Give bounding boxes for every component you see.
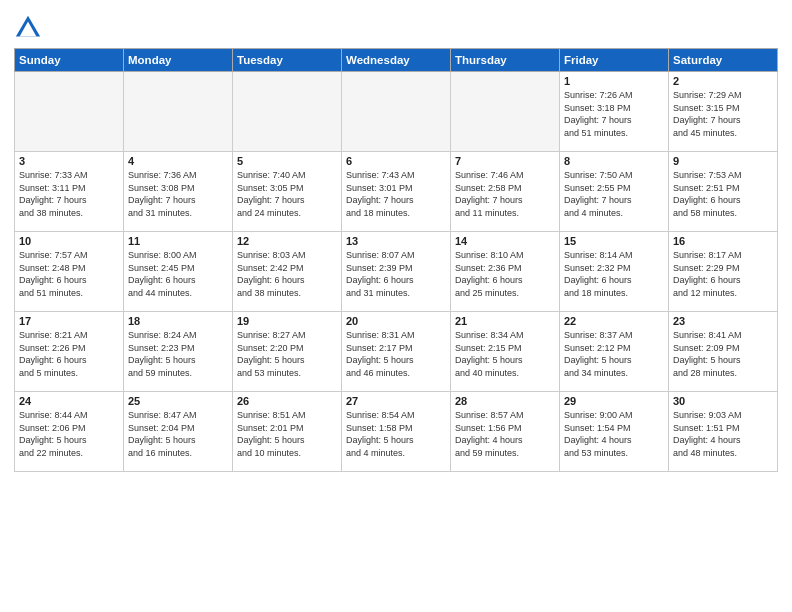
day-number: 28 [455,395,555,407]
calendar-cell: 23Sunrise: 8:41 AM Sunset: 2:09 PM Dayli… [669,312,778,392]
calendar-cell: 3Sunrise: 7:33 AM Sunset: 3:11 PM Daylig… [15,152,124,232]
weekday-header-sunday: Sunday [15,49,124,72]
day-info: Sunrise: 7:36 AM Sunset: 3:08 PM Dayligh… [128,169,228,219]
day-number: 26 [237,395,337,407]
calendar-cell [451,72,560,152]
calendar-cell [15,72,124,152]
day-info: Sunrise: 7:46 AM Sunset: 2:58 PM Dayligh… [455,169,555,219]
calendar-cell: 28Sunrise: 8:57 AM Sunset: 1:56 PM Dayli… [451,392,560,472]
day-number: 10 [19,235,119,247]
day-info: Sunrise: 8:14 AM Sunset: 2:32 PM Dayligh… [564,249,664,299]
day-info: Sunrise: 8:00 AM Sunset: 2:45 PM Dayligh… [128,249,228,299]
day-number: 15 [564,235,664,247]
day-number: 20 [346,315,446,327]
day-info: Sunrise: 7:50 AM Sunset: 2:55 PM Dayligh… [564,169,664,219]
calendar-cell: 21Sunrise: 8:34 AM Sunset: 2:15 PM Dayli… [451,312,560,392]
day-info: Sunrise: 8:31 AM Sunset: 2:17 PM Dayligh… [346,329,446,379]
day-number: 18 [128,315,228,327]
day-info: Sunrise: 7:43 AM Sunset: 3:01 PM Dayligh… [346,169,446,219]
day-number: 6 [346,155,446,167]
weekday-header-row: SundayMondayTuesdayWednesdayThursdayFrid… [15,49,778,72]
calendar-cell [342,72,451,152]
calendar-cell: 5Sunrise: 7:40 AM Sunset: 3:05 PM Daylig… [233,152,342,232]
day-info: Sunrise: 7:33 AM Sunset: 3:11 PM Dayligh… [19,169,119,219]
day-info: Sunrise: 8:57 AM Sunset: 1:56 PM Dayligh… [455,409,555,459]
calendar-cell: 19Sunrise: 8:27 AM Sunset: 2:20 PM Dayli… [233,312,342,392]
day-info: Sunrise: 8:27 AM Sunset: 2:20 PM Dayligh… [237,329,337,379]
weekday-header-tuesday: Tuesday [233,49,342,72]
day-number: 11 [128,235,228,247]
day-number: 3 [19,155,119,167]
calendar-cell: 22Sunrise: 8:37 AM Sunset: 2:12 PM Dayli… [560,312,669,392]
calendar-cell: 12Sunrise: 8:03 AM Sunset: 2:42 PM Dayli… [233,232,342,312]
calendar-cell: 8Sunrise: 7:50 AM Sunset: 2:55 PM Daylig… [560,152,669,232]
day-number: 17 [19,315,119,327]
day-number: 16 [673,235,773,247]
day-number: 27 [346,395,446,407]
day-info: Sunrise: 8:44 AM Sunset: 2:06 PM Dayligh… [19,409,119,459]
day-number: 29 [564,395,664,407]
day-number: 22 [564,315,664,327]
calendar-cell: 13Sunrise: 8:07 AM Sunset: 2:39 PM Dayli… [342,232,451,312]
day-number: 30 [673,395,773,407]
day-number: 21 [455,315,555,327]
day-number: 23 [673,315,773,327]
calendar-cell: 6Sunrise: 7:43 AM Sunset: 3:01 PM Daylig… [342,152,451,232]
day-info: Sunrise: 8:34 AM Sunset: 2:15 PM Dayligh… [455,329,555,379]
day-info: Sunrise: 8:51 AM Sunset: 2:01 PM Dayligh… [237,409,337,459]
calendar-cell: 11Sunrise: 8:00 AM Sunset: 2:45 PM Dayli… [124,232,233,312]
calendar-cell: 27Sunrise: 8:54 AM Sunset: 1:58 PM Dayli… [342,392,451,472]
calendar-cell: 2Sunrise: 7:29 AM Sunset: 3:15 PM Daylig… [669,72,778,152]
calendar-cell [233,72,342,152]
day-number: 4 [128,155,228,167]
calendar-cell: 10Sunrise: 7:57 AM Sunset: 2:48 PM Dayli… [15,232,124,312]
day-number: 12 [237,235,337,247]
day-number: 13 [346,235,446,247]
day-info: Sunrise: 7:57 AM Sunset: 2:48 PM Dayligh… [19,249,119,299]
day-number: 5 [237,155,337,167]
week-row-0: 1Sunrise: 7:26 AM Sunset: 3:18 PM Daylig… [15,72,778,152]
day-info: Sunrise: 8:37 AM Sunset: 2:12 PM Dayligh… [564,329,664,379]
calendar-cell: 16Sunrise: 8:17 AM Sunset: 2:29 PM Dayli… [669,232,778,312]
weekday-header-saturday: Saturday [669,49,778,72]
calendar-cell: 17Sunrise: 8:21 AM Sunset: 2:26 PM Dayli… [15,312,124,392]
day-number: 19 [237,315,337,327]
day-number: 7 [455,155,555,167]
calendar-cell: 1Sunrise: 7:26 AM Sunset: 3:18 PM Daylig… [560,72,669,152]
day-info: Sunrise: 8:24 AM Sunset: 2:23 PM Dayligh… [128,329,228,379]
day-info: Sunrise: 8:47 AM Sunset: 2:04 PM Dayligh… [128,409,228,459]
day-info: Sunrise: 7:26 AM Sunset: 3:18 PM Dayligh… [564,89,664,139]
day-number: 1 [564,75,664,87]
weekday-header-thursday: Thursday [451,49,560,72]
header [14,10,778,42]
calendar-cell: 26Sunrise: 8:51 AM Sunset: 2:01 PM Dayli… [233,392,342,472]
day-info: Sunrise: 8:07 AM Sunset: 2:39 PM Dayligh… [346,249,446,299]
day-info: Sunrise: 8:17 AM Sunset: 2:29 PM Dayligh… [673,249,773,299]
week-row-1: 3Sunrise: 7:33 AM Sunset: 3:11 PM Daylig… [15,152,778,232]
day-info: Sunrise: 8:03 AM Sunset: 2:42 PM Dayligh… [237,249,337,299]
day-info: Sunrise: 8:10 AM Sunset: 2:36 PM Dayligh… [455,249,555,299]
day-number: 24 [19,395,119,407]
day-info: Sunrise: 8:21 AM Sunset: 2:26 PM Dayligh… [19,329,119,379]
day-info: Sunrise: 7:53 AM Sunset: 2:51 PM Dayligh… [673,169,773,219]
day-number: 9 [673,155,773,167]
week-row-4: 24Sunrise: 8:44 AM Sunset: 2:06 PM Dayli… [15,392,778,472]
calendar-cell: 29Sunrise: 9:00 AM Sunset: 1:54 PM Dayli… [560,392,669,472]
day-number: 2 [673,75,773,87]
calendar-cell: 15Sunrise: 8:14 AM Sunset: 2:32 PM Dayli… [560,232,669,312]
weekday-header-monday: Monday [124,49,233,72]
calendar-cell: 18Sunrise: 8:24 AM Sunset: 2:23 PM Dayli… [124,312,233,392]
logo-icon [14,14,42,42]
week-row-3: 17Sunrise: 8:21 AM Sunset: 2:26 PM Dayli… [15,312,778,392]
calendar-cell: 14Sunrise: 8:10 AM Sunset: 2:36 PM Dayli… [451,232,560,312]
weekday-header-friday: Friday [560,49,669,72]
calendar-cell: 30Sunrise: 9:03 AM Sunset: 1:51 PM Dayli… [669,392,778,472]
day-info: Sunrise: 7:40 AM Sunset: 3:05 PM Dayligh… [237,169,337,219]
calendar-cell: 9Sunrise: 7:53 AM Sunset: 2:51 PM Daylig… [669,152,778,232]
week-row-2: 10Sunrise: 7:57 AM Sunset: 2:48 PM Dayli… [15,232,778,312]
day-info: Sunrise: 9:00 AM Sunset: 1:54 PM Dayligh… [564,409,664,459]
calendar-cell: 20Sunrise: 8:31 AM Sunset: 2:17 PM Dayli… [342,312,451,392]
weekday-header-wednesday: Wednesday [342,49,451,72]
calendar-cell: 4Sunrise: 7:36 AM Sunset: 3:08 PM Daylig… [124,152,233,232]
day-info: Sunrise: 9:03 AM Sunset: 1:51 PM Dayligh… [673,409,773,459]
